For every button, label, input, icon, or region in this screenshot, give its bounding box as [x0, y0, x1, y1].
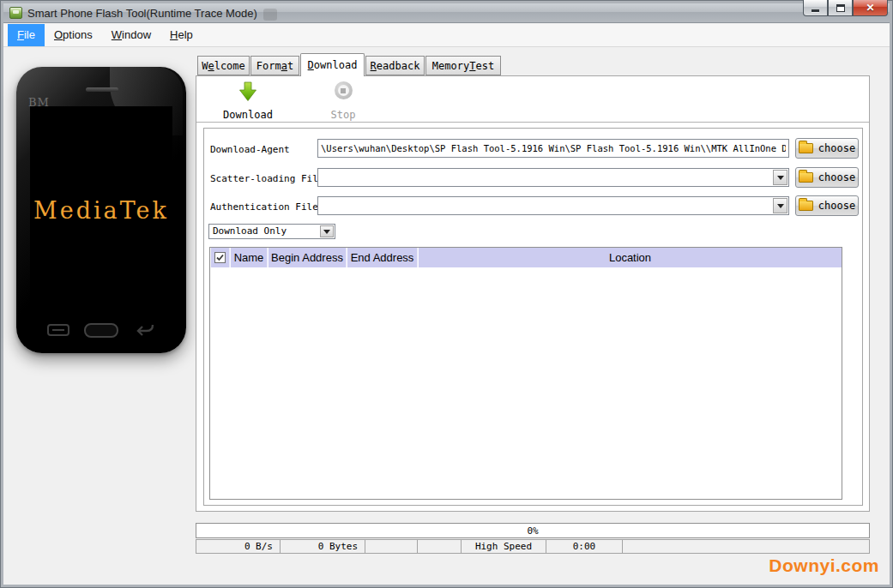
partition-table-header: NameBegin AddressEnd AddressLocation [210, 248, 842, 267]
window-controls: ✕ [803, 0, 888, 16]
app-icon [9, 7, 22, 19]
scatter-file-label: Scatter-loading File [210, 173, 323, 184]
phone-home-button [84, 323, 118, 338]
download-agent-input[interactable] [317, 139, 789, 158]
download-button[interactable]: Download [212, 81, 284, 121]
scatter-file-combobox[interactable] [317, 168, 789, 187]
phone-back-icon [133, 323, 155, 337]
folder-icon [799, 172, 813, 183]
check-icon [215, 253, 225, 262]
phone-speaker [86, 87, 118, 92]
window-titlebar: Smart Phone Flash Tool(Runtime Trace Mod… [3, 3, 890, 23]
column-header-name: Name [230, 248, 268, 267]
window-title: Smart Phone Flash Tool(Runtime Trace Mod… [27, 7, 257, 20]
status-cell-time: 0:00 [546, 540, 623, 553]
site-watermark: Downyi.com [769, 555, 879, 576]
progress-bar: 0% [196, 523, 870, 538]
status-cell-speed: 0 B/s [196, 540, 281, 553]
phone-nav-buttons [16, 317, 186, 343]
download-agent-label: Download-Agent [210, 144, 290, 155]
minimize-button[interactable] [803, 0, 828, 16]
download-button-label: Download [223, 109, 273, 121]
status-cell-bytes: 0 Bytes [281, 540, 365, 553]
status-cell-mode: High Speed [462, 540, 546, 553]
toolbar-separator [196, 122, 869, 123]
stop-button[interactable]: Stop [307, 81, 379, 121]
phone-menu-icon [47, 323, 69, 337]
status-cell-empty-3 [623, 540, 869, 553]
phone-image: BM MediaTek [16, 67, 186, 353]
stop-button-label: Stop [331, 109, 356, 121]
menu-bar: FileOptionsWindowHelp [3, 24, 890, 47]
partition-table: NameBegin AddressEnd AddressLocation [209, 247, 842, 500]
auth-file-choose-button[interactable]: choose [795, 195, 859, 216]
app-window: Smart Phone Flash Tool(Runtime Trace Mod… [0, 0, 893, 588]
stop-icon [335, 81, 353, 99]
auth-file-dropdown-arrow[interactable] [773, 198, 787, 213]
tab-format[interactable]: Format [250, 56, 299, 75]
tab-memory-test[interactable]: Memory Test [425, 56, 501, 75]
mode-select[interactable]: Download Only [208, 224, 335, 239]
auth-file-combobox[interactable] [317, 196, 789, 215]
auth-file-label: Authentication File [210, 201, 318, 213]
phone-screen: MediaTek [30, 106, 172, 314]
mode-select-value: Download Only [213, 225, 287, 237]
scatter-file-dropdown-arrow[interactable] [773, 170, 787, 185]
title-watermark-smudge [263, 9, 277, 21]
minimize-icon [812, 9, 819, 12]
download-agent-choose-button[interactable]: choose [795, 138, 859, 159]
mediatek-logo: MediaTek [33, 197, 169, 224]
tab-download[interactable]: Download [300, 53, 365, 76]
close-button[interactable]: ✕ [853, 0, 888, 16]
menu-item-file[interactable]: File [8, 24, 45, 46]
status-bar: 0 B/s0 BytesHigh Speed0:00 [196, 539, 870, 554]
select-all-cell [210, 248, 230, 267]
column-header-location: Location [418, 248, 842, 267]
maximize-button[interactable] [828, 0, 853, 16]
column-header-begin-address: Begin Address [268, 248, 347, 267]
folder-icon [799, 143, 813, 153]
mode-select-dropdown-arrow[interactable] [320, 225, 334, 237]
choose-button-label: choose [818, 200, 855, 212]
menu-item-options[interactable]: Options [45, 24, 102, 46]
tab-readback[interactable]: Readback [365, 56, 425, 75]
partition-table-body[interactable] [210, 267, 842, 499]
choose-button-label: choose [818, 142, 855, 154]
maximize-icon [836, 4, 845, 12]
select-all-checkbox[interactable] [214, 252, 226, 263]
menu-item-help[interactable]: Help [160, 24, 202, 46]
status-cell-empty-1 [365, 540, 418, 553]
choose-button-label: choose [818, 171, 855, 183]
menu-item-window[interactable]: Window [102, 24, 160, 46]
tab-welcome[interactable]: Welcome [197, 56, 250, 75]
close-icon: ✕ [866, 3, 874, 13]
progress-percent: 0% [527, 525, 538, 537]
folder-icon [799, 201, 813, 211]
column-header-end-address: End Address [347, 248, 418, 267]
download-arrow-icon [239, 81, 256, 102]
status-cell-empty-2 [418, 540, 462, 553]
scatter-file-choose-button[interactable]: choose [795, 167, 859, 188]
